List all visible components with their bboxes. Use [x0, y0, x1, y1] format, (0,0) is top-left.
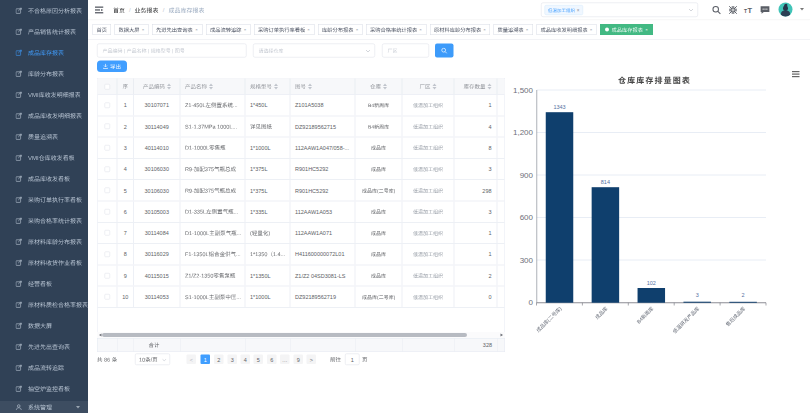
- svg-text:900: 900: [520, 171, 534, 180]
- svg-text:1,200: 1,200: [513, 128, 534, 137]
- svg-text:2: 2: [742, 292, 745, 298]
- svg-text:0: 0: [529, 298, 534, 307]
- svg-text:300: 300: [520, 256, 534, 265]
- svg-text:1343: 1343: [553, 104, 565, 110]
- svg-text:3: 3: [696, 292, 699, 298]
- svg-text:102: 102: [647, 280, 656, 286]
- svg-text:1,500: 1,500: [513, 86, 534, 95]
- svg-text:814: 814: [601, 179, 610, 185]
- svg-text:600: 600: [520, 213, 534, 222]
